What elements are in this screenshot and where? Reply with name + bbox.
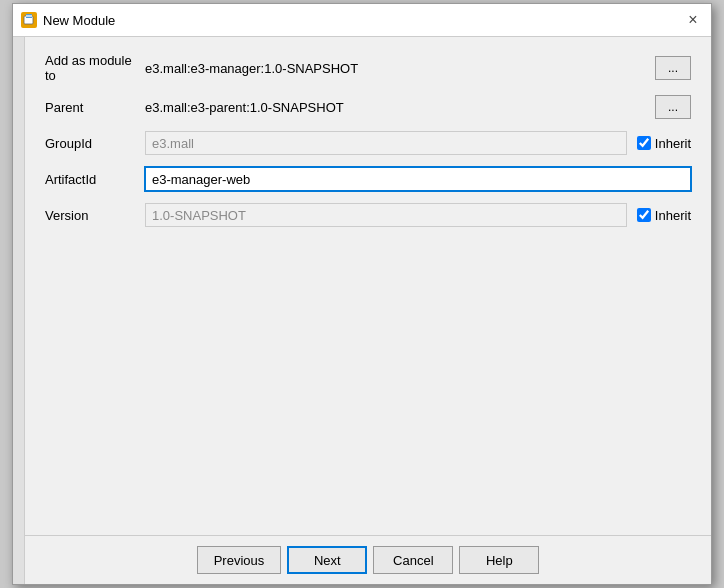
dialog-icon — [21, 12, 37, 28]
parent-row: Parent e3.mall:e3-parent:1.0-SNAPSHOT ..… — [45, 95, 691, 119]
parent-label: Parent — [45, 100, 135, 115]
add-as-module-row: Add as module to e3.mall:e3-manager:1.0-… — [45, 53, 691, 83]
artifact-id-label: ArtifactId — [45, 172, 135, 187]
button-row: Previous Next Cancel Help — [25, 535, 711, 584]
svg-rect-2 — [26, 15, 32, 17]
content-area — [45, 239, 691, 519]
help-button[interactable]: Help — [459, 546, 539, 574]
dialog-inner: Add as module to e3.mall:e3-manager:1.0-… — [13, 37, 711, 584]
dialog-title: New Module — [43, 13, 677, 28]
group-id-input[interactable] — [145, 131, 627, 155]
group-id-row: GroupId Inherit — [45, 131, 691, 155]
dialog-body: Add as module to e3.mall:e3-manager:1.0-… — [25, 37, 711, 535]
version-input[interactable] — [145, 203, 627, 227]
cancel-button[interactable]: Cancel — [373, 546, 453, 574]
version-inherit: Inherit — [637, 208, 691, 223]
artifact-id-input[interactable] — [145, 167, 691, 191]
close-button[interactable]: × — [683, 10, 703, 30]
group-id-label: GroupId — [45, 136, 135, 151]
next-button[interactable]: Next — [287, 546, 367, 574]
add-as-module-value: e3.mall:e3-manager:1.0-SNAPSHOT — [145, 61, 645, 76]
new-module-dialog: New Module × Add as module to e3.mall:e3… — [12, 3, 712, 585]
left-sidebar — [13, 37, 25, 584]
group-id-inherit-label[interactable]: Inherit — [655, 136, 691, 151]
version-inherit-label[interactable]: Inherit — [655, 208, 691, 223]
add-as-module-browse-button[interactable]: ... — [655, 56, 691, 80]
version-label: Version — [45, 208, 135, 223]
previous-button[interactable]: Previous — [197, 546, 282, 574]
parent-value: e3.mall:e3-parent:1.0-SNAPSHOT — [145, 100, 645, 115]
parent-browse-button[interactable]: ... — [655, 95, 691, 119]
version-row: Version Inherit — [45, 203, 691, 227]
title-bar: New Module × — [13, 4, 711, 37]
version-inherit-checkbox[interactable] — [637, 208, 651, 222]
main-content: Add as module to e3.mall:e3-manager:1.0-… — [25, 37, 711, 584]
group-id-inherit: Inherit — [637, 136, 691, 151]
group-id-inherit-checkbox[interactable] — [637, 136, 651, 150]
artifact-id-row: ArtifactId — [45, 167, 691, 191]
add-as-module-label: Add as module to — [45, 53, 135, 83]
